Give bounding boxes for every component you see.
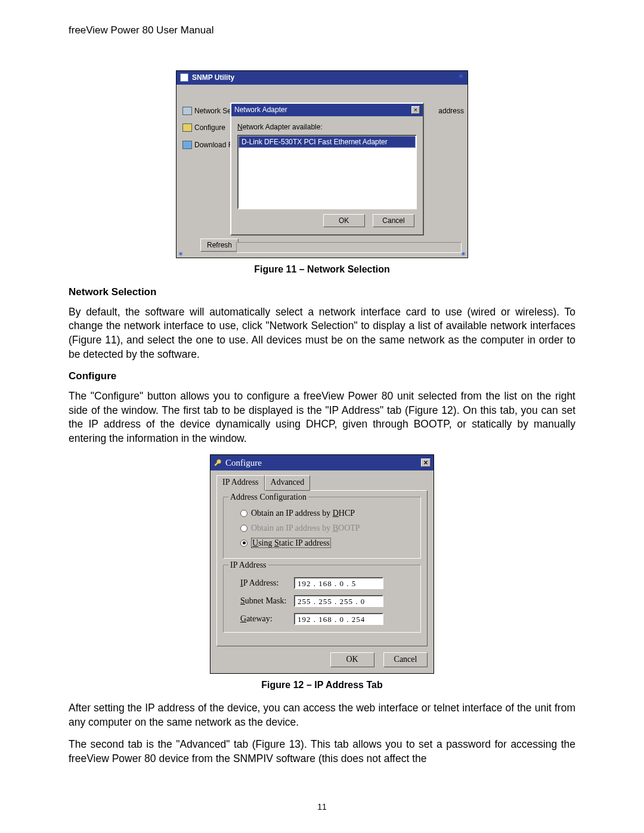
refresh-button[interactable]: Refresh bbox=[200, 239, 239, 252]
radio-icon bbox=[240, 510, 247, 517]
radio-bootp: Obtain an IP address by BOOTP bbox=[240, 523, 412, 534]
heading-network-selection: Network Selection bbox=[69, 286, 575, 299]
tab-advanced[interactable]: Advanced bbox=[265, 475, 311, 491]
sidebar-label-networkse: Network Se bbox=[194, 106, 231, 116]
ok-button[interactable]: OK bbox=[323, 214, 365, 227]
cancel-button[interactable]: Cancel bbox=[373, 214, 414, 227]
figure-11-wrap: SNMP Utility ✶ Network Se Configure Dow bbox=[69, 70, 575, 276]
para-after-fig12-1: After setting the IP address of the devi… bbox=[69, 701, 575, 729]
heading-configure: Configure bbox=[69, 370, 575, 383]
label-gateway: Gateway: bbox=[240, 614, 294, 625]
figure-12-caption: Figure 12 – IP Address Tab bbox=[69, 679, 575, 692]
close-icon[interactable]: × bbox=[411, 106, 420, 114]
na-available-label: Network Adapter available: bbox=[237, 122, 417, 132]
group-ip-address: IP Address IP Address: 192 . 168 . 0 . 5… bbox=[223, 565, 421, 633]
label-subnet-mask: Subnet Mask: bbox=[240, 596, 294, 607]
para-network-selection: By default, the software will automatica… bbox=[69, 305, 575, 362]
na-title-text: Network Adapter bbox=[234, 105, 287, 114]
configure-window: Configure × IP Address Advanced Address … bbox=[210, 454, 434, 674]
tab-panel-ip: Address Configuration Obtain an IP addre… bbox=[216, 490, 428, 647]
radio-static-ip[interactable]: Using Static IP address bbox=[240, 538, 412, 549]
page-number: 11 bbox=[69, 801, 575, 813]
snmp-titlebar: SNMP Utility ✶ bbox=[177, 71, 467, 85]
figure-12-wrap: Configure × IP Address Advanced Address … bbox=[69, 454, 575, 692]
label-ip-address: IP Address: bbox=[240, 578, 294, 589]
radio-bootp-label: Obtain an IP address by BOOTP bbox=[251, 523, 360, 534]
snmp-window-title: SNMP Utility bbox=[192, 73, 234, 82]
group-address-configuration: Address Configuration Obtain an IP addre… bbox=[223, 497, 421, 559]
radio-dhcp[interactable]: Obtain an IP address by DHCP bbox=[240, 508, 412, 519]
network-adapter-dialog: Network Adapter × Network Adapter availa… bbox=[230, 103, 424, 236]
para-configure: The "Configure" button allows you to con… bbox=[69, 389, 575, 446]
close-icon[interactable]: ✶ bbox=[456, 73, 466, 81]
column-header-address: address bbox=[438, 106, 464, 116]
na-adapter-list[interactable]: D-Link DFE-530TX PCI Fast Ethernet Adapt… bbox=[237, 135, 417, 209]
na-list-item[interactable]: D-Link DFE-530TX PCI Fast Ethernet Adapt… bbox=[239, 136, 416, 148]
resize-icon: ✶ bbox=[460, 251, 466, 257]
group-legend-addrconf: Address Configuration bbox=[228, 492, 308, 503]
sidebar-label-download: Download F bbox=[194, 140, 233, 150]
field-gateway[interactable]: 192 . 168 . 0 . 254 bbox=[294, 613, 383, 625]
radio-icon bbox=[240, 540, 247, 547]
para-after-fig12-2: The second tab is the "Advanced" tab (Fi… bbox=[69, 738, 575, 766]
running-header: freeView Power 80 User Manual bbox=[69, 24, 575, 38]
configure-titlebar: Configure × bbox=[210, 455, 434, 470]
radio-dhcp-label: Obtain an IP address by DHCP bbox=[251, 508, 355, 519]
status-bar bbox=[236, 242, 462, 253]
cancel-button[interactable]: Cancel bbox=[383, 652, 428, 667]
app-icon bbox=[180, 73, 188, 82]
tab-strip: IP Address Advanced bbox=[216, 475, 428, 491]
download-icon bbox=[182, 141, 192, 149]
tab-ip-address[interactable]: IP Address bbox=[216, 475, 265, 491]
configure-icon bbox=[182, 123, 192, 132]
radio-static-label: Using Static IP address bbox=[251, 538, 331, 549]
wrench-icon bbox=[213, 459, 222, 467]
sidebar-label-configure: Configure bbox=[194, 123, 225, 132]
figure-11-caption: Figure 11 – Network Selection bbox=[69, 263, 575, 276]
network-icon bbox=[182, 107, 192, 115]
snmp-body: Network Se Configure Download F address bbox=[177, 85, 467, 258]
resize-icon: ✶ bbox=[178, 251, 184, 257]
ok-button[interactable]: OK bbox=[330, 652, 374, 667]
field-subnet-mask[interactable]: 255 . 255 . 255 . 0 bbox=[294, 595, 383, 607]
na-titlebar: Network Adapter × bbox=[231, 104, 423, 116]
close-icon[interactable]: × bbox=[421, 459, 431, 467]
field-ip-address[interactable]: 192 . 168 . 0 . 5 bbox=[294, 577, 383, 589]
group-legend-ip: IP Address bbox=[228, 560, 268, 571]
radio-icon bbox=[240, 525, 247, 532]
snmp-utility-window: SNMP Utility ✶ Network Se Configure Dow bbox=[176, 70, 468, 258]
configure-window-title: Configure bbox=[225, 457, 262, 469]
